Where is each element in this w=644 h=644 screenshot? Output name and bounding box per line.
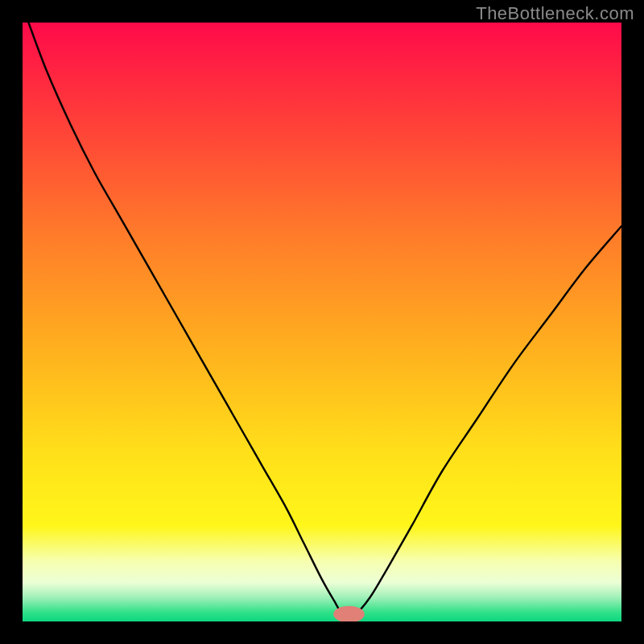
bottleneck-chart	[23, 23, 621, 621]
plot-area	[23, 23, 621, 621]
gradient-background	[23, 23, 621, 621]
chart-frame: TheBottleneck.com	[0, 0, 644, 644]
watermark-text: TheBottleneck.com	[476, 3, 634, 24]
